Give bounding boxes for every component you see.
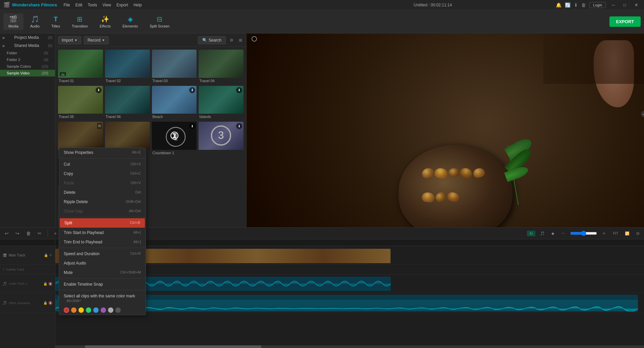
toolbar-audio[interactable]: 🎵 Audio [25,13,45,30]
ctx-trim-start[interactable]: Trim Start to Playhead Alt+[ [59,228,146,237]
export-button[interactable]: EXPORT [609,16,641,27]
ctx-delete[interactable]: Delete Del [59,188,146,197]
ctx-ripple-delete[interactable]: Ripple Delete Shift+Del [59,197,146,207]
media-item-travel04[interactable]: Travel 04 [199,50,244,84]
ctx-split[interactable]: Split Ctrl+B [60,218,145,228]
minimize-button[interactable]: ─ [609,2,618,8]
audio-track2-lock[interactable]: 🔒 [43,301,47,305]
search-button[interactable]: 🔍 Search [198,36,226,44]
media-item-travel02[interactable]: Travel 02 [105,50,150,84]
color-dot-gray[interactable] [108,307,113,313]
menu-edit[interactable]: Edit [75,3,83,7]
video-track-label: 🎬 Main Track 🔒 👁 [0,246,55,265]
folder2-item[interactable]: Folder 2 (0) [0,56,55,63]
folder-item[interactable]: Folder (0) [0,50,55,56]
toolbar-titles[interactable]: T Titles [46,14,65,30]
audio-track1-label: 🎵 Audio Track 1 🔒 🔇 [0,275,55,293]
ctx-adjust-audio[interactable]: Adjust Audio [59,258,146,268]
media-item-beach[interactable]: ⬇ Beach [152,86,197,120]
zoom-out-button[interactable]: － [559,229,568,238]
delete-button[interactable]: 🗑 [24,229,33,237]
maximize-button[interactable]: □ [621,2,629,8]
record-button[interactable]: Record ▼ [84,36,109,44]
toolbar-elements[interactable]: ◈ Elements [117,13,143,30]
import-button[interactable]: Import ▼ [58,36,81,44]
split-timeline-button[interactable]: ⊟ [634,230,641,237]
icon-download[interactable]: ⬇ [574,2,578,8]
icon-trash[interactable]: 🗑 [581,2,586,8]
ctx-sep2 [59,217,146,217]
ctx-speed-duration-label: Speed and Duration [64,251,100,256]
color-dot-blue[interactable] [93,307,99,313]
filter-icon[interactable]: ⚙ [228,37,235,44]
menu-tools[interactable]: Tools [88,3,97,7]
keyframe-button[interactable]: ◆ [549,230,556,237]
media-thumb-beach: ⬇ [152,86,197,114]
color-dot-green[interactable] [86,307,91,313]
ctx-enable-snap[interactable]: Enable Timeline Snap [59,280,146,289]
menu-export[interactable]: Export [116,3,128,7]
project-media-header[interactable]: ▶ Project Media (0) [0,34,55,42]
color-dot-orange[interactable] [71,307,76,313]
ctx-trim-end-shortcut: Alt+] [133,240,141,244]
close-button[interactable]: ✕ [632,2,641,8]
media-item-travel01[interactable]: 🚲 Travel 01 [58,50,103,84]
project-media-count: (0) [48,36,52,40]
media-item-travel06[interactable]: Travel 06 [105,86,150,120]
redo-button[interactable]: ↪ [13,229,21,237]
zoom-slider[interactable] [570,231,597,236]
ctx-mute[interactable]: Mute Ctrl+Shift+M [59,268,146,277]
h-scrollbar-thumb[interactable] [85,345,262,348]
ctx-sep5 [59,290,146,290]
ctx-copy-label: Copy [64,171,73,176]
audio-track1-lock[interactable]: 🔒 [43,282,47,286]
app-name: Wondershare Filmora [12,2,57,7]
h-scrollbar[interactable] [55,345,644,348]
shared-media-header[interactable]: ▶ Shared Media (0) [0,42,55,50]
toolbar-media[interactable]: 🎬 Media [3,13,23,30]
media-item-travel03[interactable]: Travel 03 [152,50,197,84]
ctx-show-properties[interactable]: Show Properties Alt+E [59,148,146,157]
track-lock-button[interactable]: 🔒 [44,253,48,257]
sample-colors-item[interactable]: Sample Colors (15) [0,63,55,70]
media-item-travel05[interactable]: ⬇ Travel 05 [58,86,103,120]
sample-video-item[interactable]: Sample Video (20) [0,70,55,76]
toolbar-effects[interactable]: ✨ Effects [95,13,116,30]
menu-help[interactable]: Help [133,3,142,7]
cut-button[interactable]: ✂ [36,229,44,237]
zoom-in-button[interactable]: ＋ [600,229,608,238]
color-dot-yellow[interactable] [78,307,84,313]
media-item-number3[interactable]: ⬇ 3 [199,122,244,156]
toolbar-split-screen[interactable]: ⊟ Split Screen [145,13,174,30]
icon-notify[interactable]: 🔔 [556,2,561,8]
ai-button[interactable]: AI [527,231,535,236]
icon-sync[interactable]: 🔄 [565,2,571,8]
color-dot-purple[interactable] [101,307,106,313]
add-media-button[interactable]: + [52,229,59,237]
split-audio-button[interactable]: 🎵 [538,230,547,237]
color-dot-dark[interactable] [115,307,121,313]
audio-track1-mute[interactable]: 🔇 [48,282,52,286]
fit-button[interactable]: FIT [611,230,620,237]
audio-track2-mute[interactable]: 🔇 [48,301,52,305]
media-item-countdown1[interactable]: ⬇ ① 1 Countdown 1 [152,122,197,156]
toolbar-transition[interactable]: ⊞ Transition [67,13,93,30]
import-chevron-icon: ▼ [74,39,77,42]
app-logo: 🎬 Wondershare Filmora [3,2,57,8]
ctx-speed-duration[interactable]: Speed and Duration Ctrl+R [59,249,146,258]
ctx-cut[interactable]: Cut Ctrl+X [59,160,146,169]
download-badge-islands: ⬇ [236,87,242,93]
loop-button[interactable]: 🔁 [623,230,632,237]
menu-view[interactable]: View [102,3,111,7]
menu-file[interactable]: File [63,3,70,7]
ctx-copy-shortcut: Ctrl+C [130,171,141,176]
grid-view-icon[interactable]: ⊞ [237,37,244,44]
ctx-enable-snap-label: Enable Timeline Snap [64,282,103,287]
color-dot-red[interactable] [64,307,69,313]
undo-button[interactable]: ↩ [3,229,11,237]
ctx-trim-end[interactable]: Trim End to Playhead Alt+] [59,237,146,247]
media-item-islands[interactable]: ⬇ Islands [199,86,244,120]
ctx-copy[interactable]: Copy Ctrl+C [59,169,146,178]
login-button[interactable]: Login [589,2,606,8]
track-eye-button[interactable]: 👁 [49,253,52,257]
